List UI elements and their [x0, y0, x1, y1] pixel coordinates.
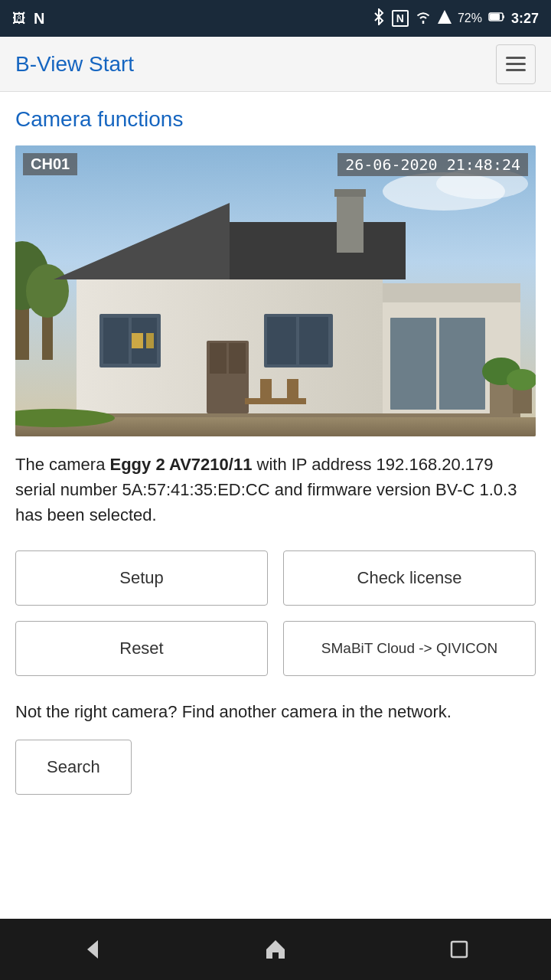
reset-button[interactable]: Reset	[15, 621, 268, 676]
svg-rect-43	[452, 942, 467, 957]
find-camera-text: Not the right camera? Find another camer…	[15, 699, 536, 724]
battery-percentage: 72%	[458, 11, 482, 25]
menu-button[interactable]	[496, 44, 536, 84]
camera-description-suffix: with IP address 192.168.20.179 serial nu…	[15, 455, 517, 524]
section-title: Camera functions	[15, 107, 536, 132]
svg-rect-22	[210, 343, 227, 374]
main-content: Camera functions	[0, 92, 551, 919]
menu-icon	[506, 63, 526, 65]
svg-rect-29	[390, 318, 436, 410]
camera-name: Eggy 2 AV7210/11	[110, 455, 253, 474]
svg-rect-17	[103, 318, 129, 364]
svg-marker-42	[266, 940, 285, 959]
n-icon: N	[34, 10, 44, 28]
svg-rect-23	[229, 343, 246, 374]
bottom-bar	[0, 919, 551, 980]
nav-bar: B-View Start	[0, 37, 551, 92]
nfc-icon: N	[392, 10, 409, 27]
back-button[interactable]	[69, 926, 115, 972]
svg-rect-20	[146, 333, 154, 348]
recent-apps-button[interactable]	[436, 926, 482, 972]
svg-rect-26	[299, 317, 328, 364]
svg-rect-30	[439, 318, 485, 410]
svg-marker-41	[87, 940, 98, 959]
svg-rect-34	[287, 379, 298, 402]
svg-rect-25	[267, 317, 296, 364]
svg-rect-3	[503, 15, 504, 18]
svg-rect-15	[334, 189, 366, 197]
search-button[interactable]: Search	[15, 740, 132, 795]
menu-icon	[506, 57, 526, 59]
menu-icon	[506, 69, 526, 71]
svg-rect-33	[260, 379, 272, 402]
signal-icon	[438, 10, 452, 27]
smabit-button[interactable]: SMaBiT Cloud -> QIVICON	[283, 621, 536, 676]
gallery-icon: 🖼	[12, 11, 26, 27]
camera-feed: CH01 26-06-2020 21:48:24	[15, 145, 536, 436]
bluetooth-icon	[372, 8, 386, 28]
check-license-button[interactable]: Check license	[283, 550, 536, 606]
action-buttons-grid: Setup Check license Reset SMaBiT Cloud -…	[15, 550, 536, 676]
setup-button[interactable]: Setup	[15, 550, 268, 606]
svg-rect-14	[337, 191, 364, 253]
svg-rect-28	[383, 283, 520, 302]
wifi-icon	[415, 10, 432, 27]
battery-icon	[488, 11, 505, 25]
svg-rect-19	[132, 333, 143, 348]
channel-label: CH01	[23, 153, 77, 175]
timestamp-label: 26-06-2020 21:48:24	[337, 153, 528, 176]
app-title: B-View Start	[15, 52, 134, 77]
status-bar: 🖼 N N 72%	[0, 0, 551, 37]
svg-rect-2	[490, 14, 500, 20]
svg-point-10	[26, 264, 69, 318]
home-button[interactable]	[253, 926, 298, 972]
svg-marker-0	[438, 10, 452, 24]
camera-description: The camera Eggy 2 AV7210/11 with IP addr…	[15, 452, 536, 528]
time-display: 3:27	[511, 11, 539, 27]
svg-marker-13	[230, 222, 406, 279]
